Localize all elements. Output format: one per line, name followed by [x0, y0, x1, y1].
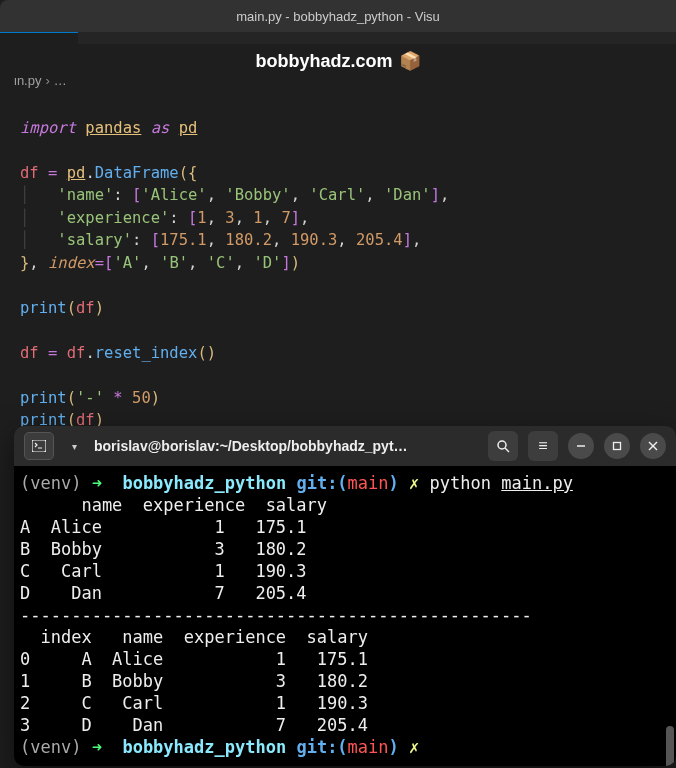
var-df: df: [76, 299, 95, 317]
editor-tab-main-py[interactable]: n.py M ×: [0, 32, 78, 68]
prompt-venv: (venv): [20, 473, 81, 493]
op-eq: =: [48, 164, 57, 182]
prompt-dirty: ✗: [409, 473, 419, 493]
chevron-down-icon: ▾: [72, 441, 77, 452]
close-button[interactable]: [640, 433, 666, 459]
terminal-output[interactable]: (venv) ➜ bobbyhadz_python git:(main) ✗ p…: [14, 466, 676, 766]
table-row: C Carl 1 190.3: [20, 561, 307, 581]
var-df: df: [20, 164, 39, 182]
op-eq: =: [95, 254, 104, 272]
prompt-arrow: ➜: [92, 737, 102, 757]
minimize-button[interactable]: [568, 433, 594, 459]
op-eq: =: [48, 344, 57, 362]
terminal-icon: [32, 440, 46, 452]
maximize-button[interactable]: [604, 433, 630, 459]
table-row: D Dan 7 205.4: [20, 583, 307, 603]
table-row: 1 B Bobby 3 180.2: [20, 671, 368, 691]
var-df: df: [67, 344, 86, 362]
num: 180.2: [225, 231, 272, 249]
fn-reset-index: reset_index: [95, 344, 198, 362]
str: 'Alice': [141, 186, 206, 204]
tab-label: n.py: [12, 43, 37, 58]
dot: .: [85, 344, 94, 362]
terminal-window: ▾ borislav@borislav:~/Desktop/bobbyhadz_…: [14, 426, 676, 766]
breadcrumb[interactable]: in.py › …: [0, 68, 676, 92]
prompt-dir: bobbyhadz_python: [122, 737, 286, 757]
svg-rect-5: [614, 443, 621, 450]
terminal-title-bar: ▾ borislav@borislav:~/Desktop/bobbyhadz_…: [14, 426, 676, 466]
svg-rect-0: [32, 440, 46, 452]
search-icon: [496, 439, 510, 453]
prompt-git: git:(: [296, 737, 347, 757]
hamburger-icon: ≡: [538, 437, 547, 455]
breadcrumb-file: in.py: [14, 73, 41, 88]
close-icon[interactable]: ×: [59, 43, 67, 59]
window-title-bar: main.py - bobbyhadz_python - Visu: [0, 0, 676, 32]
cmd-arg: main.py: [501, 473, 573, 493]
editor-tab-bar: n.py M ×: [0, 32, 676, 68]
class-dataframe: DataFrame: [95, 164, 179, 182]
num: 1: [253, 209, 262, 227]
op-star: *: [113, 389, 122, 407]
table-row: B Bobby 3 180.2: [20, 539, 307, 559]
var-df: df: [20, 344, 39, 362]
prompt-dirty: ✗: [409, 737, 419, 757]
keyword-as: as: [151, 119, 170, 137]
keyword-import: import: [20, 119, 76, 137]
prompt-arrow: ➜: [92, 473, 102, 493]
cmd-python: python: [430, 473, 491, 493]
str-dash: '-': [76, 389, 104, 407]
minimize-icon: [576, 441, 586, 451]
str: 'Carl': [309, 186, 365, 204]
new-tab-button[interactable]: [24, 432, 54, 460]
comma: ,: [29, 254, 38, 272]
menu-button[interactable]: ≡: [528, 431, 558, 461]
chevron-right-icon: ›: [45, 73, 49, 88]
table-header: index name experience salary: [20, 627, 368, 647]
str: 'C': [207, 254, 235, 272]
num: 205.4: [356, 231, 403, 249]
tab-modified-badge: M: [43, 43, 54, 58]
prompt-dir: bobbyhadz_python: [122, 473, 286, 493]
key-name: 'name': [57, 186, 113, 204]
fn-print: print: [20, 299, 67, 317]
window-title: main.py - bobbyhadz_python - Visu: [236, 9, 440, 24]
table-row: 2 C Carl 1 190.3: [20, 693, 368, 713]
kwarg-index: index: [48, 254, 95, 272]
prompt-git-close: ): [389, 737, 399, 757]
table-header: name experience salary: [20, 495, 327, 515]
key-experience: 'experience': [57, 209, 169, 227]
tab-dropdown-button[interactable]: ▾: [64, 432, 84, 460]
num: 3: [225, 209, 234, 227]
code-editor[interactable]: import pandas as pd df = pd.DataFrame({ …: [0, 92, 676, 442]
maximize-icon: [612, 441, 622, 451]
table-row: 3 D Dan 7 205.4: [20, 715, 368, 735]
prompt-branch: main: [348, 473, 389, 493]
breadcrumb-more: …: [54, 73, 67, 88]
num: 7: [281, 209, 290, 227]
num-50: 50: [132, 389, 151, 407]
num: 1: [197, 209, 206, 227]
ref-pd: pd: [67, 164, 86, 182]
table-row: A Alice 1 175.1: [20, 517, 307, 537]
str: 'D': [253, 254, 281, 272]
str: 'B': [160, 254, 188, 272]
str: 'A': [113, 254, 141, 272]
brace-close: }: [20, 254, 29, 272]
svg-point-2: [498, 441, 506, 449]
terminal-title: borislav@borislav:~/Desktop/bobbyhadz_py…: [94, 438, 478, 454]
scrollbar-thumb[interactable]: [666, 726, 674, 766]
search-button[interactable]: [488, 431, 518, 461]
key-salary: 'salary': [57, 231, 132, 249]
str: 'Bobby': [225, 186, 290, 204]
str: 'Dan': [384, 186, 431, 204]
svg-line-3: [505, 448, 509, 452]
alias-pd: pd: [179, 119, 198, 137]
num: 190.3: [291, 231, 338, 249]
prompt-branch: main: [348, 737, 389, 757]
close-icon: [648, 441, 658, 451]
bracket-open: ({: [179, 164, 198, 182]
table-row: 0 A Alice 1 175.1: [20, 649, 368, 669]
fn-print: print: [20, 389, 67, 407]
prompt-git: git:(: [296, 473, 347, 493]
